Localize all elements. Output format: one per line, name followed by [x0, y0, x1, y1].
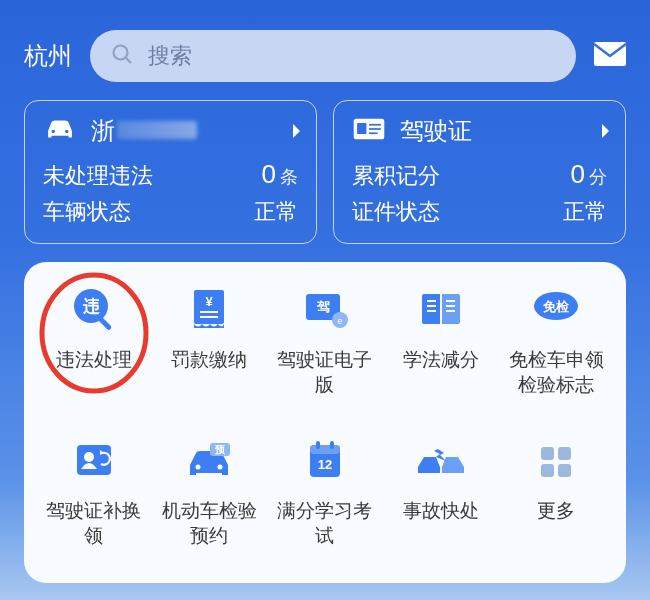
svg-rect-7	[369, 124, 381, 126]
inspect-icon: 预	[182, 437, 236, 483]
svg-rect-17	[200, 316, 218, 318]
svg-point-3	[52, 130, 55, 133]
violation-icon: 违	[67, 286, 121, 332]
svg-point-0	[114, 46, 128, 60]
svg-rect-6	[357, 123, 366, 134]
svg-point-36	[218, 465, 223, 470]
svg-rect-2	[594, 42, 626, 66]
svg-rect-46	[558, 447, 571, 460]
chevron-right-icon	[292, 123, 302, 143]
svg-rect-23	[427, 305, 436, 307]
svg-rect-26	[446, 305, 455, 307]
svg-rect-45	[541, 447, 554, 460]
svg-rect-16	[200, 311, 218, 313]
service-more[interactable]: 更多	[498, 437, 614, 548]
service-label: 驾驶证补换领	[44, 499, 144, 548]
svg-text:预: 预	[214, 444, 226, 455]
license-points-unit: 分	[589, 165, 607, 189]
service-accident[interactable]: 事故快处	[383, 437, 499, 548]
service-label: 学法减分	[403, 348, 479, 373]
service-fine[interactable]: ¥ 罚款缴纳	[152, 286, 268, 397]
vehicle-status-label: 车辆状态	[43, 197, 131, 227]
svg-rect-47	[541, 464, 554, 477]
service-inspect[interactable]: 预 机动车检验预约	[152, 437, 268, 548]
service-violation[interactable]: 违 违法处理	[36, 286, 152, 397]
svg-rect-22	[427, 300, 436, 302]
vehicle-violations-value: 0	[262, 159, 276, 190]
id-card-icon	[352, 116, 386, 146]
service-label: 驾驶证电子版	[275, 348, 375, 397]
car-icon	[43, 116, 77, 146]
fine-icon: ¥	[182, 286, 236, 332]
elicense-icon: 驾e	[298, 286, 352, 332]
search-placeholder: 搜索	[148, 41, 192, 71]
chevron-right-icon	[601, 123, 611, 143]
svg-point-4	[65, 130, 68, 133]
service-label: 满分学习考试	[275, 499, 375, 548]
accident-icon	[414, 437, 468, 483]
svg-text:违: 违	[81, 297, 99, 316]
service-study[interactable]: 学法减分	[383, 286, 499, 397]
service-fullpoint[interactable]: 12 满分学习考试	[267, 437, 383, 548]
service-label: 免检车申领检验标志	[506, 348, 606, 397]
svg-rect-48	[558, 464, 571, 477]
exempt-badge-icon: 免检	[529, 286, 583, 332]
services-panel: 违 违法处理 ¥ 罚款缴纳 驾e 驾驶证电子版 学法减分 免检	[24, 262, 626, 583]
vehicle-status-value: 正常	[254, 197, 298, 227]
svg-rect-24	[427, 310, 436, 312]
svg-point-33	[84, 452, 94, 462]
license-points-value: 0	[571, 159, 585, 190]
book-icon	[414, 286, 468, 332]
license-title: 驾驶证	[400, 115, 472, 147]
service-label: 事故快处	[403, 499, 479, 524]
svg-rect-13	[97, 316, 112, 331]
svg-rect-32	[77, 445, 111, 475]
svg-text:12: 12	[318, 457, 332, 472]
svg-rect-41	[316, 441, 320, 449]
svg-text:¥: ¥	[206, 294, 214, 309]
plate-number: 浙	[91, 115, 197, 147]
service-label: 违法处理	[56, 348, 132, 373]
vehicle-violations-unit: 条	[280, 165, 298, 189]
license-card[interactable]: 驾驶证 累积记分 0 分 证件状态 正常	[333, 100, 626, 244]
license-status-label: 证件状态	[352, 197, 440, 227]
svg-text:驾: 驾	[315, 299, 329, 314]
svg-rect-25	[446, 300, 455, 302]
more-icon	[529, 437, 583, 483]
svg-rect-42	[330, 441, 334, 449]
service-label: 罚款缴纳	[171, 348, 247, 373]
vehicle-card[interactable]: 浙 未处理违法 0 条 车辆状态 正常	[24, 100, 317, 244]
search-input[interactable]: 搜索	[90, 30, 576, 82]
mail-icon[interactable]	[594, 41, 626, 71]
service-label: 机动车检验预约	[159, 499, 259, 548]
svg-point-35	[196, 465, 201, 470]
svg-rect-40	[310, 445, 340, 454]
license-points-label: 累积记分	[352, 161, 440, 191]
service-renew[interactable]: 驾驶证补换领	[36, 437, 152, 548]
service-elicense[interactable]: 驾e 驾驶证电子版	[267, 286, 383, 397]
svg-line-1	[126, 58, 131, 63]
svg-rect-9	[369, 132, 378, 134]
service-exempt[interactable]: 免检 免检车申领检验标志	[498, 286, 614, 397]
renew-icon	[67, 437, 121, 483]
service-label: 更多	[537, 499, 575, 524]
svg-text:e: e	[337, 316, 342, 326]
city-selector[interactable]: 杭州	[24, 40, 72, 72]
license-status-value: 正常	[563, 197, 607, 227]
svg-rect-27	[446, 310, 455, 312]
svg-text:免检: 免检	[542, 299, 570, 314]
calendar-icon: 12	[298, 437, 352, 483]
svg-rect-8	[369, 128, 381, 130]
search-icon	[110, 42, 134, 70]
vehicle-violations-label: 未处理违法	[43, 161, 153, 191]
